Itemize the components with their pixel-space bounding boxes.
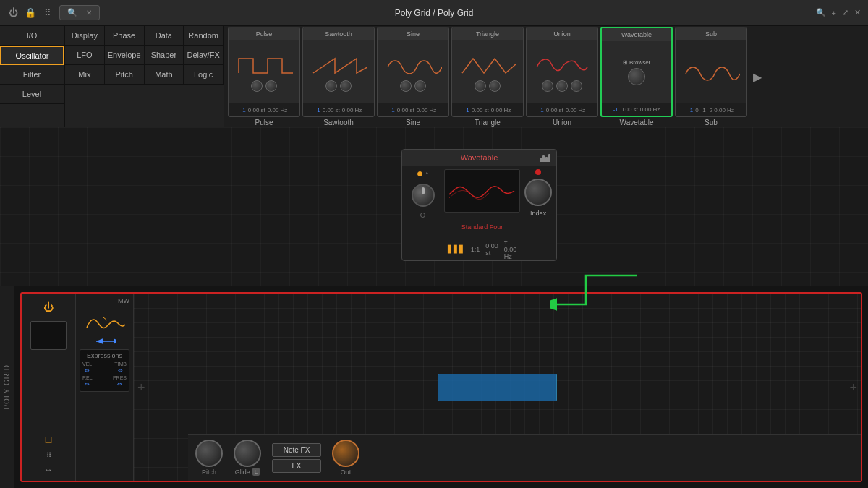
sidebar-item-oscillator[interactable]: Oscillator xyxy=(0,46,64,65)
menu-data[interactable]: Data xyxy=(145,26,184,46)
zoom-button[interactable]: 🔍 xyxy=(816,8,826,17)
dots-icon[interactable]: ⠿ xyxy=(46,451,51,459)
glide-label: Glide xyxy=(235,468,250,476)
wt-wave-display[interactable] xyxy=(444,169,521,213)
grid-icon[interactable]: ⠿ xyxy=(42,7,54,19)
union-knob2[interactable] xyxy=(556,80,568,92)
preset-wavetable[interactable]: Wavetable ⊞ Browser -1 0.00 st 0.00 Hz xyxy=(600,27,673,117)
preset-wt-body: ⊞ Browser xyxy=(602,41,671,103)
menu-delayfx[interactable]: Delay/FX xyxy=(184,46,224,65)
plus-right-button[interactable]: + xyxy=(849,380,857,395)
square-icon[interactable]: □ xyxy=(46,434,51,445)
plus-left-button[interactable]: + xyxy=(137,380,145,395)
arrow-control-bottom[interactable] xyxy=(94,337,116,346)
menu-pitch[interactable]: Pitch xyxy=(105,65,145,85)
plus-button[interactable]: + xyxy=(832,9,836,17)
preset-sub[interactable]: Sub -1 0 -1 -2 0.00 Hz xyxy=(675,27,747,117)
lock-icon[interactable]: 🔒 xyxy=(25,7,36,19)
menu-display[interactable]: Display xyxy=(65,26,105,46)
wt-dot-active[interactable] xyxy=(417,171,422,176)
arrows-icon[interactable]: ↔ xyxy=(44,465,53,475)
menu-lfo[interactable]: LFO xyxy=(65,46,105,65)
wt-index-knob[interactable] xyxy=(524,179,552,206)
sidebar-thumbnail xyxy=(30,321,67,350)
wt-middle: Standard Four ▋▋▋ 1:1 0.00 st ± 0.00 Hz xyxy=(444,169,521,257)
pres-arrows[interactable]: ⇔ xyxy=(117,381,122,388)
power-icon[interactable]: ⏻ xyxy=(7,7,19,19)
menu-mix[interactable]: Mix xyxy=(65,65,105,85)
sine-waveform xyxy=(384,53,442,78)
minimize-button[interactable]: — xyxy=(802,9,810,17)
menu-math[interactable]: Math xyxy=(145,65,184,85)
menu-phase[interactable]: Phase xyxy=(105,26,145,46)
tri-knob1[interactable] xyxy=(475,80,486,92)
preset-union-label: Union xyxy=(553,119,571,127)
saw-knob1[interactable] xyxy=(326,80,337,92)
vel-arrows[interactable]: ⇔ xyxy=(85,367,90,374)
blue-block[interactable] xyxy=(438,374,557,401)
out-control-group: Out xyxy=(332,440,359,476)
preset-union[interactable]: Union -1 0.00 st 0.00 Hz xyxy=(526,27,598,117)
pitch-knob[interactable] xyxy=(195,440,223,467)
wt-arrow-up[interactable]: ↑ xyxy=(425,169,430,178)
rel-arrows[interactable]: ⇔ xyxy=(85,381,90,388)
sub-waveform xyxy=(682,59,740,85)
expr-row1: VEL ⇔ TIMB ⇔ xyxy=(82,361,127,374)
glide-badge: L xyxy=(252,468,260,476)
pitch-control-group: Pitch xyxy=(195,440,223,476)
power-icon-bottom[interactable]: ⏻ xyxy=(41,299,56,315)
glide-knob[interactable] xyxy=(234,440,261,467)
union-knob1[interactable] xyxy=(542,80,553,92)
fx-button[interactable]: FX xyxy=(272,459,321,473)
bar3 xyxy=(545,157,548,162)
pres-item: PRES ⇔ xyxy=(113,375,127,388)
menu-shaper[interactable]: Shaper xyxy=(145,46,184,65)
wt-hz: ± 0.00 Hz xyxy=(504,239,517,260)
saw-knob2[interactable] xyxy=(340,80,352,92)
pulse-waveform xyxy=(235,53,293,78)
wt-left-knob[interactable] xyxy=(412,184,435,207)
preset-union-header: Union xyxy=(527,27,597,40)
preset-union-body xyxy=(527,40,597,103)
left-menus: Display Phase Data Random LFO Envelope S… xyxy=(65,26,224,127)
app-title: Poly Grid / Poly Grid xyxy=(395,8,474,18)
preset-triangle[interactable]: Triangle -1 0.00 st 0.00 Hz xyxy=(451,27,524,117)
close-button[interactable]: ✕ xyxy=(854,8,861,17)
search-tab[interactable]: 🔍 ✕ xyxy=(59,5,100,20)
out-knob[interactable] xyxy=(332,440,359,467)
menu-envelope[interactable]: Envelope xyxy=(105,46,145,65)
preset-pulse[interactable]: Pulse -1 0.00 st 0.00 Hz xyxy=(228,27,300,117)
inner-poly-grid-panel: MW xyxy=(76,294,134,481)
menu-logic[interactable]: Logic xyxy=(184,65,224,85)
preset-sub-header: Sub xyxy=(676,27,746,40)
wt-dot-inactive[interactable] xyxy=(420,213,425,218)
sine-knob2[interactable] xyxy=(414,80,426,92)
rel-item: REL ⇔ xyxy=(82,375,93,388)
note-fx-button[interactable]: Note FX xyxy=(272,443,321,457)
sidebar-item-io[interactable]: I/O xyxy=(0,26,64,46)
preset-sawtooth[interactable]: Sawtooth -1 0.00 st 0.00 Hz xyxy=(302,27,375,117)
green-arrow xyxy=(550,268,637,312)
wt-index-label: Index xyxy=(530,210,546,217)
pulse-knob2[interactable] xyxy=(265,80,277,92)
preset-union-footer: -1 0.00 st 0.00 Hz xyxy=(527,103,597,116)
menu-random[interactable]: Random xyxy=(184,26,224,46)
union-knob3[interactable] xyxy=(571,80,582,92)
preset-wt-footer: -1 0.00 st 0.00 Hz xyxy=(602,103,671,116)
preset-sine-label: Sine xyxy=(406,119,420,127)
tab-close-icon[interactable]: ✕ xyxy=(86,9,92,17)
resize-button[interactable]: ⤢ xyxy=(842,8,848,17)
wt-title: Wavetable xyxy=(461,153,498,162)
sine-knob1[interactable] xyxy=(400,80,412,92)
sidebar-item-level[interactable]: Level xyxy=(0,85,64,104)
preset-sine[interactable]: Sine -1 0.00 st 0.00 Hz xyxy=(377,27,449,117)
pulse-knob1[interactable] xyxy=(251,80,263,92)
wt-bars-icon xyxy=(540,154,550,162)
wt-main-knob[interactable] xyxy=(628,68,645,85)
tri-knob2[interactable] xyxy=(489,80,501,92)
preset-sine-body xyxy=(378,40,448,103)
sidebar-item-filter[interactable]: Filter xyxy=(0,65,64,85)
preset-wavetable-label: Wavetable xyxy=(620,119,654,127)
timb-arrows[interactable]: ⇔ xyxy=(118,367,123,374)
scroll-right-button[interactable]: ▶ xyxy=(753,70,762,84)
